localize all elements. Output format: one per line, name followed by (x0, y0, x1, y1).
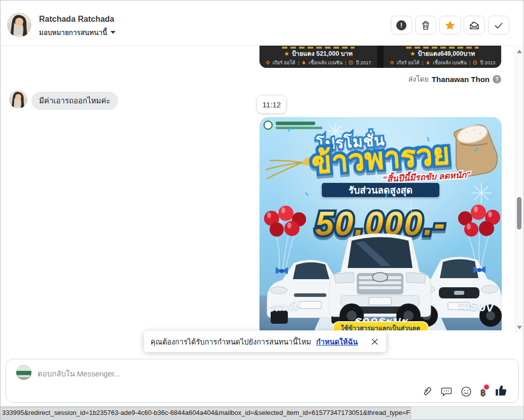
gear-icon (266, 60, 270, 65)
spec-fuel: เชื้อเพลิง เบนซิน (433, 60, 467, 65)
mark-unread-icon (469, 20, 480, 31)
page-avatar (16, 365, 31, 380)
delete-button[interactable] (415, 16, 436, 34)
fuel-icon (302, 60, 306, 65)
check-icon (493, 20, 504, 31)
payment-button[interactable]: ฿ (480, 388, 486, 397)
sent-by-row: ส่งโดย Thanawan Thon ? (408, 73, 501, 85)
chat-scrollbar[interactable] (515, 46, 523, 332)
notification-dot (484, 385, 489, 390)
emoji-icon (461, 386, 472, 397)
attachment-listing-right: ★ป้ายแดง649,000บาท เกียร์ ออโต้ | เชื้อเ… (384, 46, 501, 68)
gear-icon (390, 60, 394, 65)
spec-fuel: เชื้อเพลิง เบนซิน (309, 60, 343, 65)
balloons-right (453, 201, 502, 273)
balloons-left (260, 203, 307, 274)
attachment-listing-left: ★ป้ายแดง 521,000 บาท เกียร์ ออโต้ | เชื้… (259, 46, 377, 68)
message-avatar (9, 90, 27, 108)
reply-input[interactable]: ตอบกลับใน Messenger... (38, 368, 121, 380)
listing-price: ป้ายแดง649,000บาท (418, 50, 475, 58)
report-button[interactable]: ! (391, 16, 412, 34)
messenger-inbox-window: Ratchada Ratchada มอบหมายการสนทนานี้ ! (0, 0, 524, 420)
year-icon (349, 60, 353, 65)
star-icon: ★ (284, 50, 289, 58)
spec-gear: เกียร์ ออโต้ (273, 60, 295, 65)
paperclip-icon (422, 387, 432, 397)
saved-reply-icon (441, 386, 452, 397)
contact-name: Ratchada Ratchada (39, 15, 115, 24)
contact-avatar[interactable] (7, 13, 31, 37)
toast-close-button[interactable] (370, 337, 380, 347)
toast-message: คุณต้องการได้รับการกำหนดไปยังการสนทนานี้… (151, 336, 311, 348)
promo-ribbon-pill: ใช้ข้าวสารมาแลกเป็นส่วนลด (333, 321, 429, 330)
sender-name: Thanawan Thon (432, 75, 490, 84)
spec-year: ปี 2017 (356, 60, 371, 65)
mark-done-button[interactable] (488, 16, 509, 34)
help-icon[interactable]: ? (493, 75, 501, 84)
star-icon (444, 20, 456, 31)
listing-price: ป้ายแดง 521,000 บาท (292, 50, 353, 58)
scroll-up-arrow[interactable] (517, 50, 522, 53)
attach-file-button[interactable] (422, 387, 432, 397)
assign-to-me-link[interactable]: กำหนดให้ฉัน (316, 336, 358, 348)
composer-toolbar: ฿ (422, 384, 508, 397)
spec-year: ปี 2013 (480, 60, 495, 65)
close-icon (371, 338, 379, 346)
saved-replies-button[interactable] (441, 386, 452, 397)
scrollbar-thumb[interactable] (517, 197, 521, 230)
promo-image-attachment[interactable]: โปรโมชั่น โปรโมชั่น ข้าวพารวย ข้าวพารวย … (259, 117, 502, 330)
follow-up-button[interactable] (439, 16, 461, 34)
assign-toast: คุณต้องการได้รับการกำหนดไปยังการสนทนานี้… (144, 331, 386, 352)
trash-icon (421, 20, 431, 30)
scroll-down-arrow[interactable] (517, 326, 522, 329)
clipped-text-row (282, 47, 355, 49)
attachment-divider (377, 46, 384, 68)
chevron-down-icon (110, 31, 116, 34)
report-icon: ! (396, 20, 406, 30)
conversation-header: Ratchada Ratchada มอบหมายการสนทนานี้ ! (1, 1, 523, 46)
header-toolbar: ! (391, 16, 509, 34)
assign-conversation-dropdown[interactable]: มอบหมายการสนทนานี้ (39, 27, 116, 38)
reply-composer[interactable]: ตอบกลับใน Messenger... ฿ (6, 359, 519, 403)
spec-gear: เกียร์ ออโต้ (397, 60, 420, 65)
previous-attachment-image[interactable]: ★ป้ายแดง 521,000 บาท เกียร์ ออโต้ | เชื้… (259, 46, 501, 68)
clipped-text-row (406, 47, 479, 49)
incoming-message-bubble: มีค่าเอารถออกไหมค่ะ (31, 92, 118, 110)
like-button[interactable] (495, 384, 508, 397)
fuel-icon (426, 60, 430, 65)
sent-by-label: ส่งโดย (408, 73, 429, 85)
browser-status-strip: 333995&redirect_session_id=1b235763-ade9… (1, 406, 524, 420)
star-icon: ★ (410, 50, 416, 58)
emoji-button[interactable] (461, 386, 472, 397)
mark-unread-button[interactable] (464, 16, 485, 34)
status-url: 333995&redirect_session_id=1b235763-ade9… (1, 407, 411, 418)
thumbs-up-icon (495, 384, 508, 397)
year-icon (473, 60, 477, 65)
assign-label: มอบหมายการสนทนานี้ (39, 27, 107, 38)
time-divider: 11:12 (257, 96, 286, 113)
